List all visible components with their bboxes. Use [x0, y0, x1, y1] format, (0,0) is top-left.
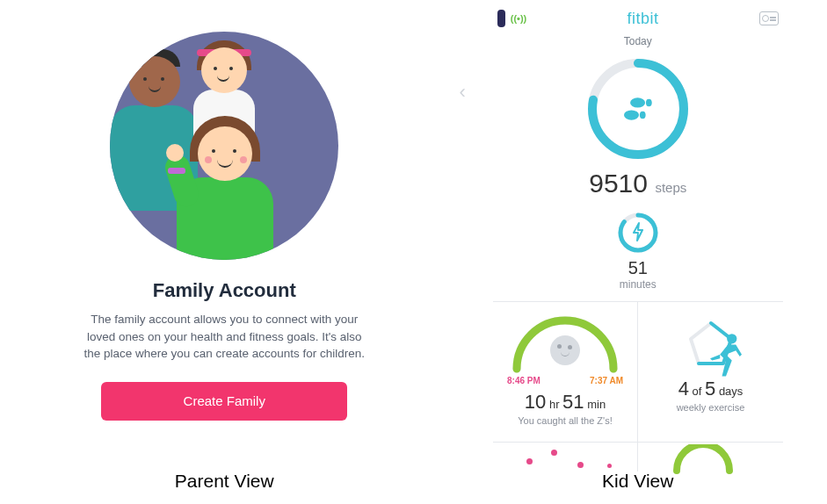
sleep-tile[interactable]: 8:46 PM 7:37 AM 10 hr 51 min You caught … [493, 302, 639, 442]
runner-icon [702, 333, 750, 384]
active-minutes-ring[interactable] [616, 211, 660, 255]
steps-progress-ring[interactable] [585, 56, 691, 162]
svg-point-4 [630, 97, 645, 107]
sleep-bedtime: 8:46 PM [507, 376, 540, 385]
lightning-icon [631, 221, 645, 246]
exercise-pentagon [687, 320, 735, 367]
sleep-duration: 10 hr 51 min [525, 391, 606, 414]
sync-status-icon: ((•)) [511, 13, 527, 24]
bottom-tiles-partial [493, 442, 783, 472]
exercise-tile[interactable]: 4 of 5 days weekly exercise [638, 302, 783, 442]
sleep-message: You caught all the Z's! [518, 415, 613, 426]
parent-view-panel: Family Account The family account allows… [0, 0, 449, 504]
bottom-tile-right[interactable] [638, 443, 783, 472]
sleep-arc [508, 314, 622, 376]
create-family-button[interactable]: Create Family [101, 382, 347, 421]
family-account-description: The family account allows you to connect… [79, 311, 369, 363]
svg-point-2 [624, 110, 639, 119]
parent-view-caption: Parent View [0, 471, 449, 492]
kid-view-panel: ((•)) fitbit Today ‹ 9510 steps [449, 0, 828, 504]
svg-point-3 [640, 112, 646, 119]
svg-point-5 [646, 99, 652, 107]
chevron-left-icon[interactable]: ‹ [460, 81, 466, 104]
family-illustration [110, 32, 338, 260]
sleep-waketime: 7:37 AM [590, 376, 623, 385]
active-minutes-label: minutes [620, 278, 657, 291]
moon-face-icon [550, 335, 580, 365]
active-minutes-value: 51 [628, 258, 648, 277]
date-label: Today [624, 35, 652, 47]
kid-header: ((•)) fitbit [497, 5, 779, 32]
tracker-device-icon[interactable] [497, 10, 505, 27]
steps-readout: 9510 steps [589, 169, 686, 198]
steps-label: steps [655, 180, 686, 195]
family-account-title: Family Account [153, 279, 296, 302]
fitbit-logo: fitbit [628, 10, 659, 28]
svg-point-8 [727, 334, 736, 343]
profile-card-icon[interactable] [759, 11, 779, 25]
footsteps-icon [624, 91, 654, 133]
bottom-tile-left[interactable] [493, 443, 639, 472]
exercise-label: weekly exercise [677, 402, 745, 413]
kid-view-caption: Kid View [449, 471, 828, 492]
steps-value: 9510 [589, 169, 648, 198]
active-minutes-readout: 51 minutes [620, 258, 657, 291]
